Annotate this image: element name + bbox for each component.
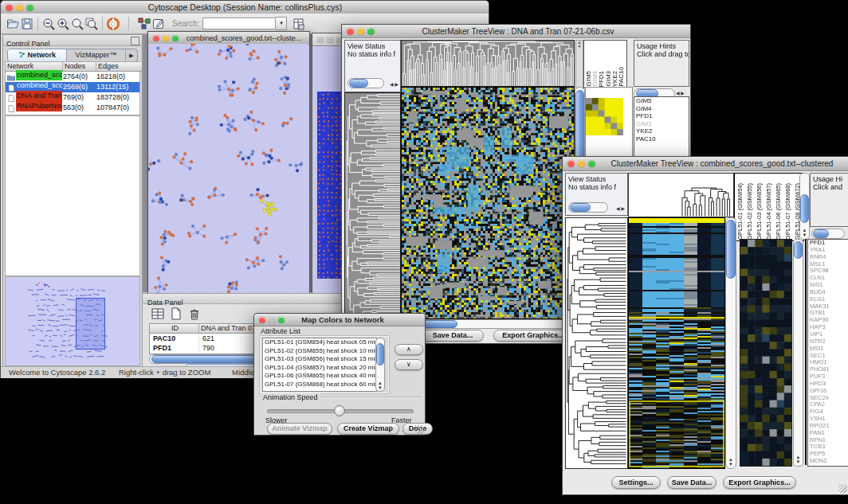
close-icon[interactable]	[259, 317, 265, 323]
delete-attribute-icon[interactable]	[187, 307, 202, 321]
close-icon[interactable]	[153, 35, 159, 41]
tv1-status-scroll-arrows[interactable]: ◀ ▶	[390, 82, 398, 87]
tv1-titlebar[interactable]: ClusterMaker TreeView : DNA and Tran 07-…	[342, 25, 690, 38]
gene-label[interactable]: GIM4	[634, 105, 689, 113]
tv1-column-dendrogram[interactable]	[401, 40, 575, 87]
minimize-icon[interactable]	[327, 37, 333, 43]
network-overview-panel[interactable]	[5, 276, 140, 366]
attribute-list-item[interactable]: GPL51-04 (GSM857) heat shock 20 min	[263, 364, 376, 373]
tv2-heatmap-vscrollbar[interactable]: ▲▼	[725, 217, 736, 469]
tv1-export-graphics-button[interactable]: Export Graphics...	[493, 330, 573, 342]
tab-network[interactable]: Network	[8, 49, 67, 61]
zoom-out-icon[interactable]	[41, 17, 56, 31]
col-header-id[interactable]: ID	[150, 324, 199, 334]
minimize-icon[interactable]	[578, 160, 585, 167]
minimize-icon[interactable]	[357, 28, 364, 35]
col-header-nodes[interactable]: Nodes	[63, 62, 96, 72]
tv1-heatmap[interactable]	[401, 87, 575, 319]
heatmap-column-label[interactable]: GPL51-03 (GSM856)	[756, 183, 763, 240]
help-lifering-icon[interactable]	[106, 17, 120, 31]
tv1-save-data-button[interactable]: Save Data...	[422, 330, 484, 342]
gene-label[interactable]: MON2	[808, 458, 848, 465]
zoom-in-icon[interactable]	[56, 17, 70, 31]
annotation-icon[interactable]	[151, 17, 166, 31]
tv2-usage-hscrollbar[interactable]	[811, 229, 845, 239]
create-vizmap-button[interactable]: Create Vizmap	[337, 423, 399, 435]
close-icon[interactable]	[6, 4, 13, 11]
heatmap-column-label[interactable]: GPL51-01 (GSM854)	[737, 183, 744, 240]
tv2-heatmap[interactable]	[628, 217, 725, 469]
search-dropdown-icon[interactable]: ▼	[276, 17, 287, 30]
open-file-icon[interactable]	[6, 17, 20, 31]
heatmap-column-label[interactable]: GPL51-07 (GSM868)	[785, 183, 791, 240]
float-panel-icon[interactable]	[131, 37, 139, 45]
close-icon[interactable]	[347, 28, 354, 35]
attribute-list-vscrollbar[interactable]: ▲▼	[375, 338, 385, 392]
tv1-status-hscrollbar[interactable]	[347, 78, 384, 88]
move-attribute-up-button[interactable]: ∧	[395, 344, 423, 355]
heatmap-column-label[interactable]: GPL51-02 (GSM855)	[747, 183, 753, 240]
network-table-row[interactable]: RNAPuberNov2+l563(0)107847(0)	[6, 103, 139, 113]
tv2-labels-vscrollbar[interactable]: ▲▼	[799, 173, 810, 240]
col-header-edges[interactable]: Edges	[96, 62, 143, 72]
tv1-row-dendrogram[interactable]	[344, 92, 401, 319]
animation-speed-slider-thumb[interactable]	[334, 405, 345, 416]
tv2-status-scroll-arrows[interactable]: ◀ ▶	[616, 206, 625, 211]
search-input[interactable]	[202, 18, 276, 29]
tab-overflow-arrow[interactable]: ▶	[126, 49, 137, 61]
tv2-export-graphics-button[interactable]: Export Graphics...	[723, 476, 796, 489]
tab-vizmapper[interactable]: VizMapper™	[67, 49, 126, 61]
tv2-column-dendrogram[interactable]	[628, 173, 734, 217]
gene-label[interactable]: PFD1	[634, 112, 689, 120]
tv2-settings-button[interactable]: Settings...	[611, 476, 661, 489]
close-icon[interactable]	[567, 160, 575, 167]
attribute-list-item[interactable]: GPL51-03 (GSM856) heat shock 15 min	[263, 355, 376, 364]
zoom-window-icon[interactable]	[588, 160, 595, 167]
attribute-listbox[interactable]: GPL51-01 (GSM854) heat shock 05 minGPL51…	[262, 338, 377, 392]
tv2-zoom-heatmap[interactable]	[740, 239, 792, 467]
tv2-titlebar[interactable]: ClusterMaker TreeView : combined_scores_…	[563, 157, 848, 171]
main-titlebar[interactable]: Cytoscape Desktop (Session Name: collins…	[1, 1, 489, 14]
resize-grip[interactable]	[415, 425, 424, 434]
tv1-heatmap-hscrollbar[interactable]	[401, 319, 575, 329]
tv1-dendro-scroll-strip[interactable]: ▲▼	[575, 40, 583, 88]
attribute-list-item[interactable]: GPL51-01 (GSM854) heat shock 05 min	[263, 338, 376, 347]
attribute-list-item[interactable]: GPL51-06 (GSM865) heat shock 40 min	[263, 372, 376, 381]
save-icon[interactable]	[20, 17, 34, 31]
tv1-usage-scroll-arrows[interactable]: ◀ ▶	[676, 91, 685, 96]
network-view-titlebar[interactable]: combined_scores_good.txt--cluste...	[148, 32, 309, 45]
gene-label[interactable]: GIM5	[634, 97, 689, 105]
tv2-row-dendrogram[interactable]	[565, 217, 628, 469]
table-select-icon[interactable]	[151, 307, 165, 321]
gene-label[interactable]: GIM3	[634, 120, 689, 128]
vizmapper-icon[interactable]	[137, 17, 151, 31]
zoom-window-icon[interactable]	[26, 4, 33, 11]
minimize-icon[interactable]	[163, 35, 169, 41]
attribute-list-item[interactable]: GPL51-02 (GSM855) heat shock 10 min	[263, 347, 376, 356]
network-graph-canvas[interactable]	[148, 44, 308, 293]
gene-label[interactable]: YKE2	[634, 127, 689, 135]
minimize-icon[interactable]	[269, 317, 275, 323]
zoom-window-icon[interactable]	[367, 28, 375, 35]
tv2-status-hscrollbar[interactable]	[568, 202, 608, 213]
heatmap-column-label[interactable]: GPL51-06 (GSM865)	[775, 183, 782, 240]
animate-vizmap-button[interactable]: Animate Vizmap	[267, 423, 332, 435]
minimize-icon[interactable]	[16, 4, 23, 11]
dense-network-canvas[interactable]	[317, 92, 343, 279]
tv2-zoom-vscrollbar[interactable]: ▲▼	[793, 239, 803, 467]
close-icon[interactable]	[317, 37, 324, 43]
attribute-list-item[interactable]: GPL51-07 (GSM868) heat shock 60 min	[263, 381, 376, 389]
heatmap-column-label[interactable]: GPL51-04 (GSM857)	[766, 183, 772, 240]
network-tree-area[interactable]	[5, 115, 140, 276]
move-attribute-down-button[interactable]: ∨	[395, 359, 423, 370]
zoom-window-icon[interactable]	[278, 317, 285, 323]
zoom-window-icon[interactable]	[172, 35, 179, 41]
zoom-fit-icon[interactable]	[84, 17, 99, 31]
new-attribute-icon[interactable]	[169, 307, 183, 321]
tv1-summary-heatmap[interactable]	[586, 98, 623, 135]
tv2-save-data-button[interactable]: Save Data...	[667, 476, 716, 489]
resize-grip[interactable]	[838, 484, 847, 493]
zoom-selected-icon[interactable]	[70, 17, 84, 31]
dialog-titlebar[interactable]: Map Colors to Network	[254, 314, 425, 326]
heatmap-column-label[interactable]: PAC10	[618, 67, 625, 87]
